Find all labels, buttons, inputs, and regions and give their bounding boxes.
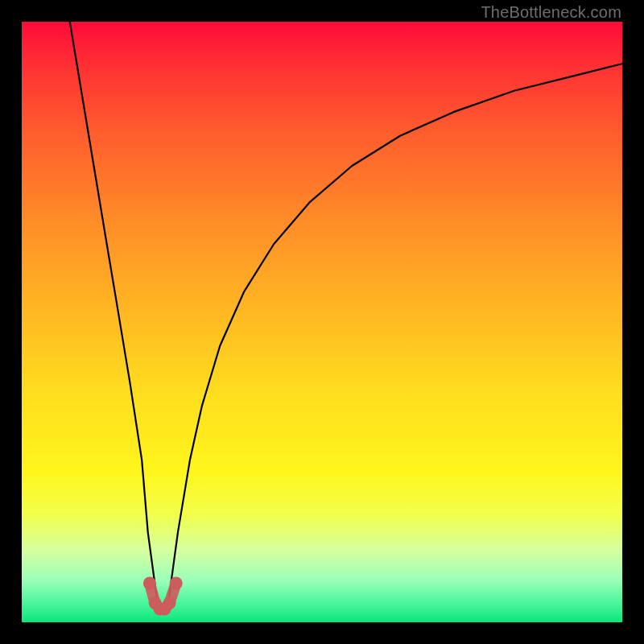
bottleneck-curve: [70, 22, 622, 610]
svg-point-0: [143, 577, 156, 590]
chart-frame: TheBottleneck.com: [0, 0, 644, 644]
svg-point-4: [163, 597, 176, 609]
svg-point-5: [170, 577, 183, 590]
curve-layer: [22, 22, 622, 622]
valley-marker: [143, 577, 183, 616]
watermark-text: TheBottleneck.com: [481, 3, 621, 22]
plot-area: [22, 22, 622, 622]
